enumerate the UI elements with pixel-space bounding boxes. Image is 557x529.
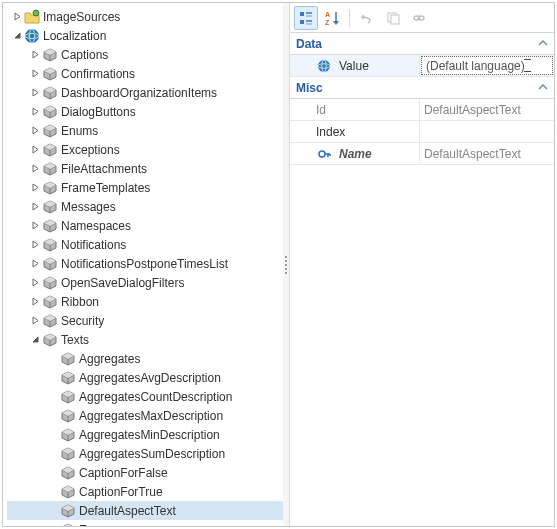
tree-node[interactable]: Captions [7, 45, 283, 64]
expand-toggle-closed[interactable] [29, 144, 41, 156]
categorized-button[interactable] [294, 6, 318, 30]
expand-toggle-closed[interactable] [29, 315, 41, 327]
expand-toggle-closed[interactable] [29, 87, 41, 99]
expand-toggle-open[interactable] [11, 30, 23, 42]
expand-toggle-closed[interactable] [29, 296, 41, 308]
tree-node[interactable]: DefaultAspectText [7, 501, 283, 520]
tree-node-label: Messages [61, 200, 122, 214]
text-caret-icon [527, 59, 528, 72]
tree-node-label: Captions [61, 48, 114, 62]
tree-node-label: CaptionForFalse [79, 466, 174, 480]
tree-view[interactable]: ImageSourcesLocalizationCaptionsConfirma… [3, 7, 283, 526]
prop-row-id[interactable]: Id DefaultAspectText [290, 99, 554, 121]
expand-toggle-closed[interactable] [29, 239, 41, 251]
tree-node[interactable]: ImageSources [7, 7, 283, 26]
tree-node[interactable]: DashboardOrganizationItems [7, 83, 283, 102]
prop-name-value: Value [290, 55, 420, 76]
prop-value-id: DefaultAspectText [420, 99, 554, 120]
tree-node[interactable]: Namespaces [7, 216, 283, 235]
folder-img-icon [24, 9, 40, 25]
expand-toggle-closed[interactable] [11, 11, 23, 23]
tree-node[interactable]: Enums [7, 121, 283, 140]
cube-icon [60, 503, 76, 519]
expand-toggle-closed[interactable] [29, 182, 41, 194]
expand-toggle-closed[interactable] [29, 106, 41, 118]
expand-toggle-open[interactable] [29, 334, 41, 346]
prop-value-index[interactable] [420, 121, 554, 142]
prop-value-name: DefaultAspectText [420, 143, 554, 164]
tree-node[interactable]: AggregatesMaxDescription [7, 406, 283, 425]
undo-button[interactable] [355, 6, 379, 30]
cube-icon [42, 85, 58, 101]
prop-name-index: Index [290, 121, 420, 142]
tree-node[interactable]: FileAttachments [7, 159, 283, 178]
prop-row-value[interactable]: Value (Default language) [290, 55, 554, 77]
cube-icon [60, 370, 76, 386]
globe-icon [24, 28, 40, 44]
tree-node[interactable]: Exceptions [7, 140, 283, 159]
expand-toggle-closed[interactable] [29, 201, 41, 213]
prop-row-index[interactable]: Index [290, 121, 554, 143]
tree-node[interactable]: CaptionForTrue [7, 482, 283, 501]
category-misc-label: Misc [296, 81, 323, 95]
tree-node[interactable]: Confirmations [7, 64, 283, 83]
expand-toggle-closed[interactable] [29, 125, 41, 137]
link-button[interactable] [407, 6, 431, 30]
category-misc[interactable]: Misc [290, 77, 554, 99]
category-data[interactable]: Data [290, 33, 554, 55]
tree-node[interactable]: Ribbon [7, 292, 283, 311]
svg-text:A: A [325, 11, 330, 18]
property-grid[interactable]: Data Value (Default language) Mi [290, 33, 554, 526]
tree-node[interactable]: AggregatesMinDescription [7, 425, 283, 444]
tree-node[interactable]: Error [7, 520, 283, 526]
cube-icon [42, 142, 58, 158]
svg-point-1 [25, 29, 39, 43]
tree-node[interactable]: NotificationsPostponeTimesList [7, 254, 283, 273]
tree-node-label: NotificationsPostponeTimesList [61, 257, 234, 271]
copy-button[interactable] [381, 6, 405, 30]
tree-node[interactable]: Messages [7, 197, 283, 216]
tree-node[interactable]: CaptionForFalse [7, 463, 283, 482]
svg-point-18 [318, 60, 330, 72]
tree-node[interactable]: Aggregates [7, 349, 283, 368]
tree-node-label: DefaultAspectText [79, 504, 182, 518]
tree-node-label: Confirmations [61, 67, 141, 81]
tree-node[interactable]: Security [7, 311, 283, 330]
key-icon [316, 146, 332, 162]
tree-node-label: ImageSources [43, 10, 126, 24]
tree-node[interactable]: Localization [7, 26, 283, 45]
tree-node-label: Aggregates [79, 352, 146, 366]
tree-node-label: AggregatesAvgDescription [79, 371, 227, 385]
tree-node[interactable]: OpenSaveDialogFilters [7, 273, 283, 292]
alphabetical-button[interactable]: A Z [320, 6, 344, 30]
property-toolbar: A Z [290, 3, 554, 33]
svg-rect-15 [391, 15, 399, 24]
svg-point-17 [418, 16, 424, 20]
expand-toggle-closed[interactable] [29, 220, 41, 232]
expand-toggle-closed[interactable] [29, 258, 41, 270]
prop-row-name[interactable]: Name DefaultAspectText [290, 143, 554, 165]
tree-node[interactable]: FrameTemplates [7, 178, 283, 197]
tree-node[interactable]: AggregatesSumDescription [7, 444, 283, 463]
cube-icon [42, 332, 58, 348]
tree-node[interactable]: Notifications [7, 235, 283, 254]
tree-node[interactable]: AggregatesAvgDescription [7, 368, 283, 387]
link-icon [411, 10, 427, 26]
tree-pane: ImageSourcesLocalizationCaptionsConfirma… [3, 3, 283, 526]
tree-node-label: Enums [61, 124, 104, 138]
tree-node[interactable]: AggregatesCountDescription [7, 387, 283, 406]
expand-toggle-closed[interactable] [29, 277, 41, 289]
splitter-grip-icon [285, 256, 287, 274]
tree-node[interactable]: DialogButtons [7, 102, 283, 121]
cube-icon [60, 389, 76, 405]
prop-value-value[interactable]: (Default language) [421, 56, 553, 75]
expand-toggle-closed[interactable] [29, 163, 41, 175]
tree-node-label: AggregatesCountDescription [79, 390, 238, 404]
cube-icon [60, 484, 76, 500]
svg-text:Z: Z [325, 19, 330, 26]
expand-toggle-closed[interactable] [29, 49, 41, 61]
copy-icon [385, 10, 401, 26]
expand-toggle-closed[interactable] [29, 68, 41, 80]
svg-rect-4 [300, 12, 304, 16]
tree-node[interactable]: Texts [7, 330, 283, 349]
